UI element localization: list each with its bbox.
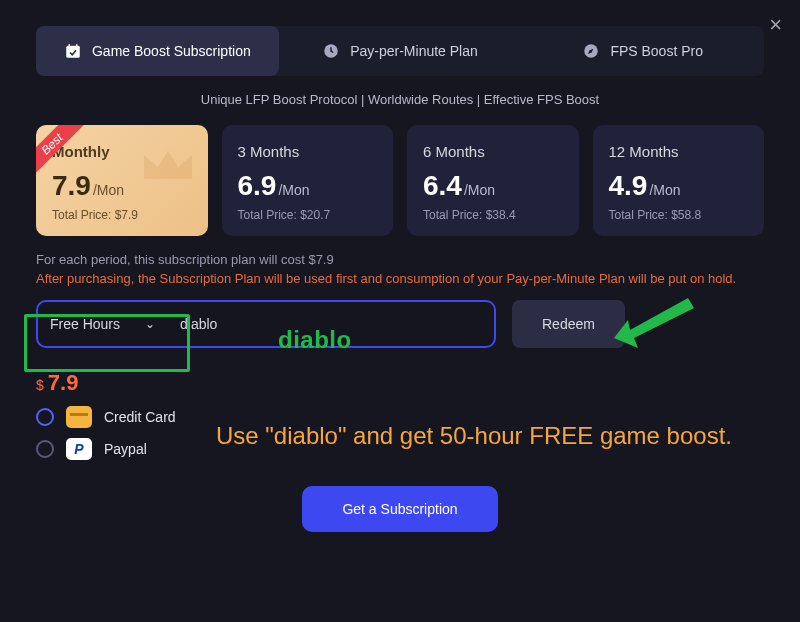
plan-title: 6 Months xyxy=(423,143,563,160)
redeem-row: Free Hours ⌄ Redeem xyxy=(36,300,764,348)
cost-amount: 7.9 xyxy=(48,370,79,396)
redeem-code-input[interactable] xyxy=(168,302,494,346)
pay-credit-card[interactable]: Credit Card xyxy=(36,406,764,428)
radio-unchecked-icon xyxy=(36,440,54,458)
plan-total: Total Price: $38.4 xyxy=(423,208,563,222)
plan-title: 3 Months xyxy=(238,143,378,160)
plan-total: Total Price: $7.9 xyxy=(52,208,192,222)
credit-card-icon xyxy=(66,406,92,428)
plan-card-3mo[interactable]: 3 Months 6.9 /Mon Total Price: $20.7 xyxy=(222,125,394,236)
tab-game-boost-sub[interactable]: Game Boost Subscription xyxy=(36,26,279,76)
subheading: Unique LFP Boost Protocol | Worldwide Ro… xyxy=(36,92,764,107)
plan-warning: After purchasing, the Subscription Plan … xyxy=(36,271,764,286)
plan-card-6mo[interactable]: 6 Months 6.4 /Mon Total Price: $38.4 xyxy=(407,125,579,236)
plan-price: 7.9 xyxy=(52,170,91,202)
get-subscription-button[interactable]: Get a Subscription xyxy=(302,486,497,532)
plan-title: 12 Months xyxy=(609,143,749,160)
period-note: For each period, this subscription plan … xyxy=(36,252,764,267)
plan-price: 6.9 xyxy=(238,170,277,202)
plan-unit: /Mon xyxy=(93,182,124,198)
pay-label: Paypal xyxy=(104,441,147,457)
tab-label: Game Boost Subscription xyxy=(92,43,251,59)
cost-display: $ 7.9 xyxy=(36,370,764,396)
plan-tabs: Game Boost Subscription Pay-per-Minute P… xyxy=(36,26,764,76)
plan-card-12mo[interactable]: 12 Months 4.9 /Mon Total Price: $58.8 xyxy=(593,125,765,236)
tab-fps-boost-pro[interactable]: FPS Boost Pro xyxy=(521,26,764,76)
svg-rect-4 xyxy=(70,413,88,416)
plan-unit: /Mon xyxy=(649,182,680,198)
tab-label: Pay-per-Minute Plan xyxy=(350,43,478,59)
plan-unit: /Mon xyxy=(278,182,309,198)
plan-cards: Best Monthly 7.9 /Mon Total Price: $7.9 … xyxy=(36,125,764,236)
svg-rect-3 xyxy=(70,410,88,424)
plan-total: Total Price: $20.7 xyxy=(238,208,378,222)
code-type-select[interactable]: Free Hours ⌄ xyxy=(38,302,168,346)
crown-icon xyxy=(140,145,196,189)
clock-icon xyxy=(322,42,340,60)
paypal-icon: P xyxy=(66,438,92,460)
code-input-wrap: Free Hours ⌄ xyxy=(36,300,496,348)
plan-total: Total Price: $58.8 xyxy=(609,208,749,222)
plan-unit: /Mon xyxy=(464,182,495,198)
chevron-down-icon: ⌄ xyxy=(145,317,155,331)
currency-symbol: $ xyxy=(36,377,44,393)
pay-paypal[interactable]: P Paypal xyxy=(36,438,764,460)
compass-icon xyxy=(582,42,600,60)
code-type-label: Free Hours xyxy=(50,316,120,332)
tab-pay-per-minute[interactable]: Pay-per-Minute Plan xyxy=(279,26,522,76)
svg-rect-0 xyxy=(66,46,80,58)
plan-card-monthly[interactable]: Best Monthly 7.9 /Mon Total Price: $7.9 xyxy=(36,125,208,236)
plan-price: 6.4 xyxy=(423,170,462,202)
tab-label: FPS Boost Pro xyxy=(610,43,703,59)
plan-price: 4.9 xyxy=(609,170,648,202)
close-icon[interactable]: × xyxy=(769,14,782,36)
radio-checked-icon xyxy=(36,408,54,426)
calendar-check-icon xyxy=(64,42,82,60)
redeem-button[interactable]: Redeem xyxy=(512,300,625,348)
payment-methods: Credit Card P Paypal xyxy=(36,406,764,460)
pay-label: Credit Card xyxy=(104,409,176,425)
